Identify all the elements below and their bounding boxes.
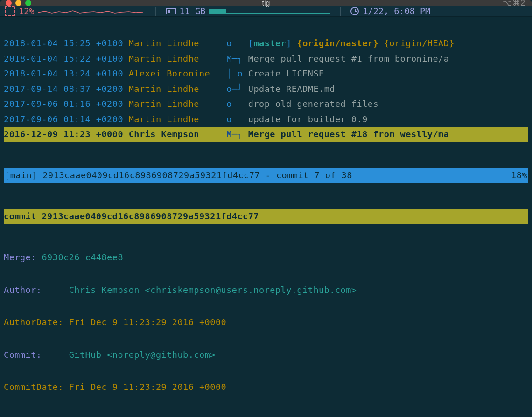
log-row[interactable]: 2016-12-09 11:23 +0000 Chris Kempson M─┐… xyxy=(4,127,528,142)
statusbar: 12% | 11 GB | 1/22, 6:08 PM xyxy=(0,6,532,17)
titlebar[interactable]: tig ⌥⌘2 xyxy=(0,0,532,6)
window-shortcut: ⌥⌘2 xyxy=(503,0,525,7)
main-status-line: [main] 2913caae0409cd16c8986908729a59321… xyxy=(4,168,528,183)
log-row[interactable]: 2017-09-06 01:14 +0200 Martin Lindhe o u… xyxy=(4,112,528,127)
clock-icon xyxy=(350,7,359,15)
log-row[interactable]: 2018-01-04 15:25 +0100 Martin Lindhe o [… xyxy=(4,36,528,51)
memory-icon xyxy=(166,8,176,14)
main-status-left: [main] 2913caae0409cd16c8986908729a59321… xyxy=(5,168,352,183)
meta-commit: Commit: GitHub <noreply@github.com> xyxy=(4,348,528,363)
main-status-right: 18% xyxy=(511,168,527,183)
log-row[interactable]: 2017-09-14 08:37 +0200 Martin Lindhe o─┘… xyxy=(4,82,528,97)
cpu-icon xyxy=(5,6,15,16)
meta-merge: Merge: 6930c26 c448ee8 xyxy=(4,250,528,265)
log-row[interactable]: 2017-09-06 01:16 +0200 Martin Lindhe o d… xyxy=(4,97,528,112)
commit-header: commit 2913caae0409cd16c8986908729a59321… xyxy=(4,209,528,224)
time-segment: 1/22, 6:08 PM xyxy=(350,7,430,16)
mem-bar xyxy=(209,9,330,14)
log-row[interactable]: 2018-01-04 15:22 +0100 Martin Lindhe M─┐… xyxy=(4,51,528,67)
divider: | xyxy=(334,7,347,16)
cpu-segment: 12% xyxy=(5,6,145,16)
cpu-sparkline xyxy=(38,6,145,16)
mem-segment: 11 GB xyxy=(166,7,331,16)
terminal-content[interactable]: 2018-01-04 15:25 +0100 Martin Lindhe o [… xyxy=(0,17,532,417)
terminal-window: tig ⌥⌘2 12% | 11 GB | 1/22, 6:08 PM 2018… xyxy=(0,0,532,417)
divider: | xyxy=(149,7,161,16)
cpu-value: 12% xyxy=(19,7,34,16)
meta-commitdate: CommitDate: Fri Dec 9 11:23:29 2016 +000… xyxy=(4,380,528,395)
meta-author: Author: Chris Kempson <chriskempson@user… xyxy=(4,283,528,298)
time-value: 1/22, 6:08 PM xyxy=(363,7,430,16)
mem-value: 11 GB xyxy=(180,7,206,16)
log-row[interactable]: 2018-01-04 13:24 +0100 Alexei Boronine │… xyxy=(4,66,528,82)
meta-authordate: AuthorDate: Fri Dec 9 11:23:29 2016 +000… xyxy=(4,315,528,330)
